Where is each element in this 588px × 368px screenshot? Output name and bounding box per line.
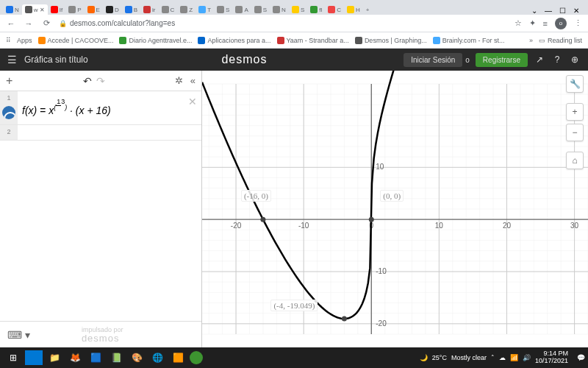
volume-icon[interactable]: 🔊 — [523, 354, 531, 361]
svg-text:-10: -10 — [298, 222, 309, 230]
browser-tab[interactable]: S — [251, 4, 270, 15]
bookmark-item[interactable]: Desmos | Graphing... — [355, 37, 427, 44]
reload-button[interactable]: ⟳ — [41, 18, 51, 28]
graph-canvas[interactable]: -20-100102030-20-1010 🔧 + − ⌂ (-16, 0)(0… — [202, 71, 588, 347]
add-expression-button[interactable]: + — [6, 74, 12, 88]
task-icon[interactable]: 🦊 — [66, 350, 84, 365]
start-button[interactable]: ⊞ — [4, 350, 22, 365]
browser-tab[interactable]: S — [289, 4, 307, 15]
wifi-icon[interactable]: 📶 — [510, 354, 518, 361]
menu-icon[interactable]: ≡ — [543, 19, 548, 28]
maximize-icon[interactable]: ☐ — [559, 7, 566, 15]
expression-color-icon[interactable] — [2, 106, 15, 119]
address-bar[interactable]: 🔒 desmos.com/calculator?lang=es — [59, 19, 507, 27]
svg-point-75 — [369, 217, 374, 222]
close-icon[interactable]: ✕ — [573, 7, 579, 15]
expression-row[interactable]: 1 f(x) = x(13) · (x + 16) ✕ — [0, 91, 201, 125]
browser-tab[interactable]: fl — [307, 4, 325, 15]
task-icon[interactable]: 🟦 — [87, 350, 104, 365]
task-icon[interactable] — [190, 351, 203, 364]
browser-tab[interactable]: T — [196, 4, 214, 15]
browser-tab[interactable]: N — [3, 4, 22, 15]
or-text: o — [465, 56, 470, 64]
task-icon[interactable]: 🎨 — [128, 350, 146, 365]
zoom-out-button[interactable]: − — [566, 124, 584, 141]
weather-temp: 25°C — [432, 354, 447, 361]
browser-tab[interactable]: B — [122, 4, 140, 15]
browser-tab[interactable]: S — [214, 4, 232, 15]
desmos-logo: desmos — [88, 53, 401, 66]
wrench-icon[interactable]: 🔧 — [566, 75, 584, 93]
svg-text:-10: -10 — [376, 267, 387, 275]
browser-tab[interactable]: E — [85, 4, 103, 15]
browser-tab[interactable]: ir — [140, 4, 158, 15]
bookmark-item[interactable]: Diario Agenttravel.e... — [119, 37, 192, 44]
zoom-in-button[interactable]: + — [566, 103, 584, 121]
svg-point-74 — [260, 217, 265, 222]
task-icon[interactable] — [25, 350, 43, 365]
weather-icon[interactable]: 🌙 — [420, 354, 428, 361]
expression-index: 1 — [7, 94, 10, 102]
point-label: (-4, -19.049) — [270, 300, 318, 311]
tray-chevron-icon[interactable]: ˄ — [491, 354, 495, 361]
apps-label[interactable]: Apps — [17, 37, 32, 44]
point-label: (-16, 0) — [241, 190, 271, 202]
powered-by: impulsado por desmos — [82, 327, 123, 343]
help-icon[interactable]: ? — [551, 54, 563, 65]
browser-tab[interactable]: P — [65, 4, 84, 15]
lock-icon: 🔒 — [59, 20, 67, 27]
bookmark-item[interactable]: Aplicaciones para a... — [198, 37, 270, 44]
keyboard-icon[interactable]: ⌨ ▾ — [7, 329, 30, 341]
minimize-icon[interactable]: — — [545, 7, 552, 15]
share-icon[interactable]: ↗ — [534, 54, 545, 65]
browser-tab[interactable]: C — [325, 4, 344, 15]
delete-expression-icon[interactable]: ✕ — [188, 96, 197, 107]
task-icon[interactable]: 📁 — [46, 350, 63, 365]
bookmark-item[interactable]: Brainly.com - For st... — [433, 37, 505, 44]
new-tab-button[interactable]: + — [363, 5, 373, 15]
star-icon[interactable]: ☆ — [514, 18, 522, 28]
redo-button[interactable]: ↷ — [96, 75, 105, 87]
forward-button[interactable]: → — [24, 19, 34, 28]
settings-icon[interactable]: ✲ — [175, 75, 183, 86]
browser-tab[interactable]: D — [103, 4, 122, 15]
expression-row-empty[interactable]: 2 — [0, 125, 201, 141]
browser-tab[interactable]: N — [270, 4, 289, 15]
browser-tab-active[interactable]: w ✕ — [22, 4, 48, 15]
task-icon[interactable]: 📗 — [107, 350, 125, 365]
browser-tab[interactable]: If — [48, 4, 65, 15]
home-button[interactable]: ⌂ — [566, 152, 584, 169]
browser-tab[interactable]: C — [159, 4, 178, 15]
system-clock[interactable]: 9:14 PM 10/17/2021 — [535, 350, 573, 365]
browser-tab[interactable]: H — [344, 4, 363, 15]
chevron-down-icon[interactable]: ⌄ — [531, 7, 537, 15]
onedrive-icon[interactable]: ☁ — [499, 354, 506, 361]
apps-icon[interactable]: ⠿ — [6, 37, 11, 44]
task-icon[interactable]: 🟧 — [169, 350, 187, 365]
expression-panel: + ↶ ↷ ✲ « 1 f(x) = x(13) · (x + 16) ✕ 2 … — [0, 71, 202, 347]
bookmark-item[interactable]: Yaam - Strandbar a... — [277, 37, 349, 44]
svg-text:30: 30 — [570, 222, 579, 230]
app-header: ☰ Gráfica sin título desmos Iniciar Sesi… — [0, 49, 588, 71]
back-button[interactable]: ← — [6, 19, 16, 28]
notifications-icon[interactable]: 💬 — [577, 354, 585, 361]
collapse-panel-button[interactable]: « — [190, 75, 196, 86]
globe-icon[interactable]: ⊕ — [569, 54, 581, 65]
undo-button[interactable]: ↶ — [83, 75, 92, 87]
expression-index: 2 — [7, 128, 10, 135]
profile-avatar[interactable]: o — [555, 18, 567, 29]
bookmark-item[interactable]: Accede | CACOOVE... — [38, 37, 114, 44]
bookmark-overflow[interactable]: » — [529, 37, 533, 44]
signup-button[interactable]: Registrarse — [476, 53, 528, 67]
reading-list-button[interactable]: ▭Reading list — [539, 37, 582, 44]
bookmarks-bar: ⠿ Apps Accede | CACOOVE... Diario Agentt… — [0, 32, 588, 49]
hamburger-icon[interactable]: ☰ — [7, 54, 17, 66]
browser-tab[interactable]: A — [232, 4, 251, 15]
login-button[interactable]: Iniciar Sesión — [404, 53, 462, 67]
browser-tab[interactable]: Z — [177, 4, 196, 15]
kebab-icon[interactable]: ⋮ — [574, 18, 582, 28]
graph-title[interactable]: Gráfica sin título — [24, 54, 88, 65]
extensions-icon[interactable]: ✦ — [529, 18, 536, 28]
expression-input[interactable]: f(x) = x(13) · (x + 16) — [18, 91, 201, 124]
task-icon[interactable]: 🌐 — [148, 350, 166, 365]
